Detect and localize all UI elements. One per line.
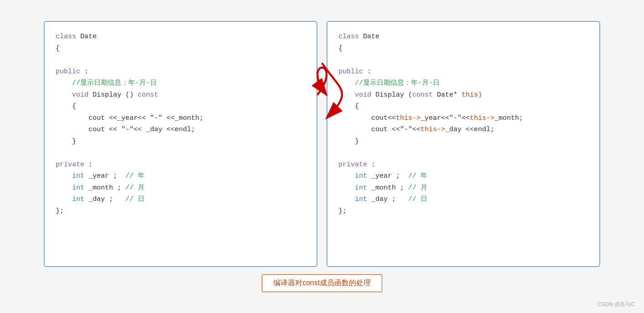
- code-line: //显示日期信息：年-月-日: [338, 77, 588, 89]
- code-line: void Display () const: [56, 89, 306, 101]
- code-line: }: [56, 136, 306, 148]
- code-line: private :: [56, 159, 306, 171]
- code-line: int _year ; // 年: [56, 170, 306, 182]
- code-line: {: [56, 101, 306, 113]
- code-line: private :: [338, 159, 588, 171]
- code-line: int _day ; // 日: [338, 194, 588, 205]
- code-line: public :: [338, 66, 588, 78]
- code-line: }: [338, 136, 588, 148]
- code-panels: class Date{ public : //显示日期信息：年-月-日 void…: [9, 21, 635, 267]
- watermark: CSDN @吾与C: [597, 301, 635, 308]
- caption-text: 编译器对const成员函数的处理: [273, 279, 371, 287]
- code-line: [56, 147, 306, 159]
- code-line: int _year ; // 年: [338, 170, 588, 182]
- code-line: };: [56, 205, 306, 217]
- code-line: [338, 54, 588, 66]
- code-line: {: [56, 43, 306, 55]
- code-line: cout <<_year<< "-" <<_month;: [56, 113, 306, 124]
- code-line: [56, 54, 306, 66]
- code-line: class Date: [338, 31, 588, 43]
- code-line: int _month ; // 月: [338, 182, 588, 194]
- code-line: {: [338, 101, 588, 113]
- code-line: cout << "-"<< _day <<endl;: [56, 124, 306, 136]
- code-line: //显示日期信息：年-月-日: [56, 77, 306, 89]
- code-line: cout<<this->_year<<"-"<<this->_month;: [338, 113, 588, 124]
- code-line: public :: [56, 66, 306, 78]
- caption-box: 编译器对const成员函数的处理: [262, 274, 382, 292]
- code-line: {: [338, 43, 588, 55]
- code-line: int _month ; // 月: [56, 182, 306, 194]
- main-container: class Date{ public : //显示日期信息：年-月-日 void…: [9, 21, 635, 292]
- code-line: void Display (const Date* this): [338, 89, 588, 101]
- code-line: cout <<"-"<<this->_day <<endl;: [338, 124, 588, 136]
- left-code-box: class Date{ public : //显示日期信息：年-月-日 void…: [44, 21, 317, 267]
- right-code-box: class Date{ public : //显示日期信息：年-月-日 void…: [327, 21, 600, 267]
- code-line: [338, 147, 588, 159]
- code-line: int _day ; // 日: [56, 194, 306, 205]
- code-line: class Date: [56, 31, 306, 43]
- code-line: };: [338, 205, 588, 217]
